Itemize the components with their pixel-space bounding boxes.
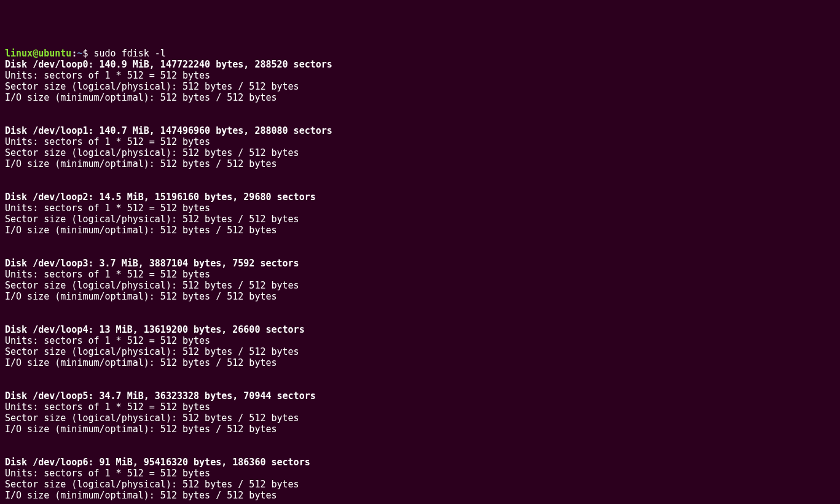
- disk-io: I/O size (minimum/optimal): 512 bytes / …: [5, 357, 835, 368]
- disk-header: Disk /dev/loop2: 14.5 MiB, 15196160 byte…: [5, 192, 835, 203]
- blank-line: [5, 379, 835, 390]
- disk-header: Disk /dev/loop6: 91 MiB, 95416320 bytes,…: [5, 457, 835, 468]
- blank-line: [5, 302, 835, 313]
- blank-line: [5, 180, 835, 192]
- disk-units: Units: sectors of 1 * 512 = 512 bytes: [5, 335, 835, 346]
- prompt-user-host: linux@ubuntu: [5, 48, 71, 59]
- disk-io: I/O size (minimum/optimal): 512 bytes / …: [5, 424, 835, 435]
- disk-sector: Sector size (logical/physical): 512 byte…: [5, 413, 835, 424]
- blank-line: [5, 236, 835, 247]
- disk-header: Disk /dev/loop5: 34.7 MiB, 36323328 byte…: [5, 390, 835, 401]
- prompt-line: linux@ubuntu:~$ sudo fdisk -l: [5, 48, 835, 59]
- disk-io: I/O size (minimum/optimal): 512 bytes / …: [5, 158, 835, 169]
- blank-line: [5, 169, 835, 180]
- disk-units: Units: sectors of 1 * 512 = 512 bytes: [5, 203, 835, 214]
- disk-header: Disk /dev/loop3: 3.7 MiB, 3887104 bytes,…: [5, 258, 835, 269]
- disk-sector: Sector size (logical/physical): 512 byte…: [5, 346, 835, 357]
- blank-line: [5, 313, 835, 324]
- blank-line: [5, 247, 835, 258]
- blank-line: [5, 368, 835, 379]
- disk-units: Units: sectors of 1 * 512 = 512 bytes: [5, 269, 835, 280]
- disk-units: Units: sectors of 1 * 512 = 512 bytes: [5, 401, 835, 413]
- disk-sector: Sector size (logical/physical): 512 byte…: [5, 81, 835, 92]
- blank-line: [5, 103, 835, 114]
- disk-io: I/O size (minimum/optimal): 512 bytes / …: [5, 92, 835, 103]
- disk-header: Disk /dev/loop4: 13 MiB, 13619200 bytes,…: [5, 324, 835, 335]
- disk-sector: Sector size (logical/physical): 512 byte…: [5, 147, 835, 158]
- disk-header: Disk /dev/loop0: 140.9 MiB, 147722240 by…: [5, 59, 835, 70]
- disk-header: Disk /dev/loop1: 140.7 MiB, 147496960 by…: [5, 125, 835, 136]
- disk-io: I/O size (minimum/optimal): 512 bytes / …: [5, 490, 835, 501]
- disk-units: Units: sectors of 1 * 512 = 512 bytes: [5, 468, 835, 479]
- terminal-output[interactable]: linux@ubuntu:~$ sudo fdisk -lDisk /dev/l…: [5, 48, 835, 504]
- disk-sector: Sector size (logical/physical): 512 byte…: [5, 479, 835, 490]
- blank-line: [5, 114, 835, 125]
- disk-io: I/O size (minimum/optimal): 512 bytes / …: [5, 225, 835, 236]
- blank-line: [5, 501, 835, 504]
- prompt-dollar: $: [82, 48, 93, 59]
- blank-line: [5, 446, 835, 457]
- disk-units: Units: sectors of 1 * 512 = 512 bytes: [5, 70, 835, 81]
- command-text: sudo fdisk -l: [94, 48, 166, 59]
- disk-units: Units: sectors of 1 * 512 = 512 bytes: [5, 136, 835, 147]
- disk-sector: Sector size (logical/physical): 512 byte…: [5, 214, 835, 225]
- disk-sector: Sector size (logical/physical): 512 byte…: [5, 280, 835, 291]
- disk-io: I/O size (minimum/optimal): 512 bytes / …: [5, 291, 835, 302]
- blank-line: [5, 435, 835, 446]
